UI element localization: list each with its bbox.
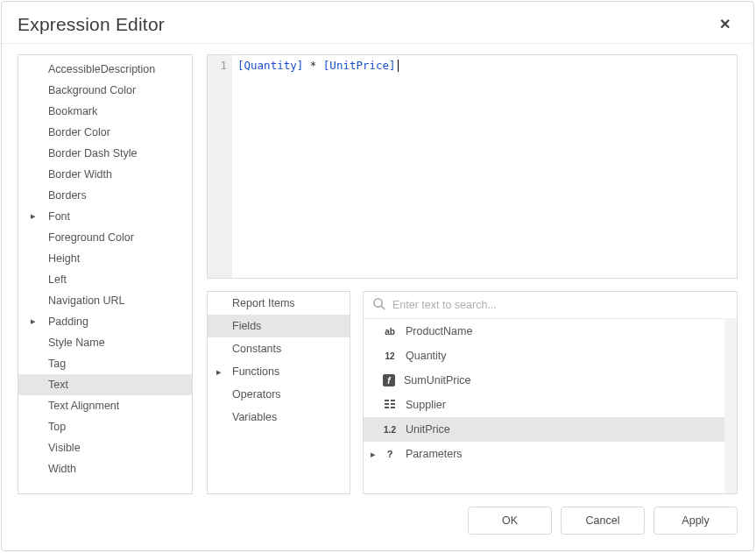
field-item[interactable]: Supplier (364, 393, 737, 417)
category-panel[interactable]: Report ItemsFieldsConstantsFunctionsOper… (207, 291, 350, 494)
property-item[interactable]: Padding (18, 311, 192, 332)
property-item[interactable]: Style Name (18, 332, 192, 353)
field-label: Parameters (406, 448, 463, 460)
svg-rect-3 (391, 400, 395, 401)
right-area: 1 [Quantity] * [UnitPrice] Report ItemsF… (207, 54, 738, 494)
close-button[interactable]: ✕ (712, 12, 738, 36)
ab-type-icon: ab (383, 325, 397, 337)
svg-line-1 (381, 306, 385, 309)
property-item[interactable]: Visible (18, 437, 192, 458)
category-item[interactable]: Report Items (208, 292, 350, 315)
dialog-body: AccessibleDescriptionBackground ColorBoo… (2, 43, 753, 494)
property-item[interactable]: Border Dash Style (18, 143, 192, 164)
category-item[interactable]: Functions (208, 360, 350, 383)
field-label: Quantity (406, 350, 447, 362)
line-number-gutter: 1 (208, 55, 232, 278)
field-label: SumUnitPrice (404, 374, 470, 386)
svg-rect-6 (385, 407, 389, 408)
property-item[interactable]: Text Alignment (18, 395, 192, 416)
property-item[interactable]: Width (18, 458, 192, 479)
property-item[interactable]: Tag (18, 353, 192, 374)
property-item[interactable]: Font (18, 206, 192, 227)
fields-panel: abProductName12QuantityfSumUnitPriceSupp… (363, 291, 738, 494)
token-field: [UnitPrice] (323, 59, 396, 72)
property-item[interactable]: Background Color (18, 80, 192, 101)
search-icon (372, 297, 385, 313)
field-label: UnitPrice (406, 423, 450, 436)
property-item[interactable]: Foreground Color (18, 227, 192, 248)
dialog-footer: OK Cancel Apply (2, 494, 753, 550)
field-item[interactable]: abProductName (364, 319, 737, 344)
svg-point-0 (374, 299, 382, 307)
svg-rect-5 (391, 403, 395, 405)
i12-type-icon: 12 (383, 350, 397, 362)
category-item[interactable]: Variables (208, 406, 350, 429)
property-item[interactable]: Border Width (18, 164, 192, 185)
text-caret (398, 60, 399, 72)
f-type-icon: f (383, 374, 395, 386)
property-item[interactable]: Left (18, 269, 192, 290)
ok-button[interactable]: OK (468, 507, 552, 535)
property-item[interactable]: AccessibleDescription (18, 59, 192, 80)
field-list[interactable]: abProductName12QuantityfSumUnitPriceSupp… (364, 319, 737, 493)
dialog-title: Expression Editor (18, 14, 165, 35)
property-item[interactable]: Bookmark (18, 101, 192, 122)
property-list-panel[interactable]: AccessibleDescriptionBackground ColorBoo… (18, 54, 193, 494)
svg-rect-4 (385, 403, 389, 405)
token-operator: * (303, 59, 323, 72)
dialog-header: Expression Editor ✕ (2, 2, 753, 43)
category-item[interactable]: Operators (208, 383, 350, 406)
expression-editor-dialog: Expression Editor ✕ AccessibleDescriptio… (1, 1, 754, 551)
svg-rect-7 (391, 407, 395, 408)
svg-rect-2 (385, 400, 389, 401)
field-label: ProductName (406, 325, 472, 337)
grid-type-icon (383, 399, 397, 411)
d12-type-icon: 1.2 (383, 423, 397, 436)
field-label: Supplier (406, 399, 446, 411)
cancel-button[interactable]: Cancel (561, 507, 645, 535)
expression-code-editor[interactable]: 1 [Quantity] * [UnitPrice] (207, 54, 738, 279)
property-item[interactable]: Top (18, 416, 192, 437)
token-field: [Quantity] (237, 59, 303, 72)
field-item[interactable]: fSumUnitPrice (364, 368, 737, 393)
code-area[interactable]: [Quantity] * [UnitPrice] (232, 55, 737, 278)
property-item[interactable]: Text (18, 374, 192, 395)
field-item[interactable]: ?Parameters (364, 442, 737, 466)
field-item[interactable]: 12Quantity (364, 344, 737, 368)
search-row (364, 292, 737, 319)
field-item[interactable]: 1.2UnitPrice (364, 417, 737, 442)
apply-button[interactable]: Apply (654, 507, 738, 535)
scrollbar-track[interactable] (724, 318, 737, 493)
line-number: 1 (208, 59, 227, 72)
property-item[interactable]: Height (18, 248, 192, 269)
category-item[interactable]: Fields (208, 315, 350, 337)
property-item[interactable]: Borders (18, 185, 192, 206)
property-item[interactable]: Navigation URL (18, 290, 192, 311)
picker-row: Report ItemsFieldsConstantsFunctionsOper… (207, 291, 738, 494)
search-input[interactable] (392, 295, 728, 315)
q-type-icon: ? (383, 448, 397, 460)
category-item[interactable]: Constants (208, 337, 350, 360)
property-item[interactable]: Border Color (18, 122, 192, 143)
